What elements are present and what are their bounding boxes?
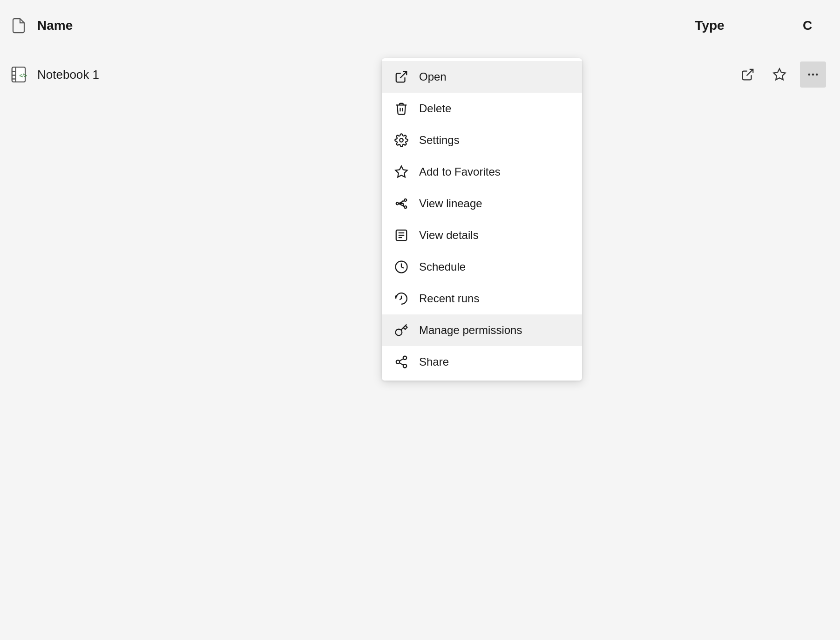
- menu-item-manage-permissions[interactable]: Manage permissions: [382, 314, 582, 346]
- svg-point-5: [812, 74, 814, 76]
- share-row-button[interactable]: [737, 63, 759, 86]
- header-extra-col: C: [803, 18, 831, 33]
- menu-lineage-label: View lineage: [419, 197, 482, 210]
- svg-point-8: [400, 138, 403, 142]
- open-external-icon: [393, 68, 410, 85]
- star-icon: [393, 163, 410, 180]
- menu-item-open[interactable]: Open: [382, 61, 582, 93]
- header-name-col: Name: [37, 18, 616, 33]
- favorite-row-button[interactable]: [768, 63, 791, 86]
- svg-marker-9: [396, 166, 407, 177]
- menu-open-label: Open: [419, 70, 447, 83]
- more-options-button[interactable]: [800, 61, 826, 88]
- menu-details-label: View details: [419, 229, 479, 242]
- gear-icon: [393, 132, 410, 149]
- menu-item-recent-runs[interactable]: Recent runs: [382, 283, 582, 314]
- svg-line-7: [400, 72, 407, 78]
- menu-schedule-label: Schedule: [419, 260, 466, 273]
- svg-point-22: [403, 364, 407, 368]
- lineage-icon: [393, 195, 410, 212]
- key-icon: [393, 322, 410, 339]
- svg-marker-3: [774, 69, 786, 80]
- header-doc-icon: [9, 16, 28, 35]
- menu-settings-label: Settings: [419, 134, 460, 147]
- svg-line-2: [747, 69, 753, 76]
- clock-icon: [393, 259, 410, 275]
- recent-icon: [393, 290, 410, 307]
- menu-item-settings[interactable]: Settings: [382, 124, 582, 156]
- svg-text:</>: </>: [20, 73, 27, 78]
- svg-point-11: [404, 199, 406, 201]
- svg-point-10: [396, 203, 399, 205]
- menu-item-share[interactable]: Share: [382, 346, 582, 378]
- details-icon: [393, 227, 410, 244]
- svg-point-20: [403, 356, 407, 360]
- menu-share-label: Share: [419, 355, 449, 368]
- svg-point-4: [808, 74, 811, 76]
- notebook-icon: </>: [9, 65, 28, 84]
- svg-point-12: [404, 206, 406, 208]
- svg-point-21: [396, 360, 400, 364]
- header-type-col: Type: [616, 18, 803, 33]
- trash-icon: [393, 100, 410, 117]
- context-menu: Open Delete Settings: [382, 58, 582, 381]
- menu-item-view-lineage[interactable]: View lineage: [382, 188, 582, 219]
- svg-line-23: [400, 363, 404, 365]
- share-icon: [393, 354, 410, 370]
- menu-add-favorites-label: Add to Favorites: [419, 165, 501, 178]
- menu-item-view-details[interactable]: View details: [382, 219, 582, 251]
- row-actions: [737, 61, 826, 88]
- menu-item-add-to-favorites[interactable]: Add to Favorites: [382, 156, 582, 188]
- table-header: Name Type C: [0, 0, 840, 51]
- menu-delete-label: Delete: [419, 102, 451, 115]
- svg-point-6: [816, 74, 818, 76]
- menu-recent-runs-label: Recent runs: [419, 292, 479, 305]
- svg-line-24: [400, 359, 404, 361]
- menu-item-delete[interactable]: Delete: [382, 93, 582, 124]
- menu-item-schedule[interactable]: Schedule: [382, 251, 582, 283]
- menu-permissions-label: Manage permissions: [419, 324, 522, 337]
